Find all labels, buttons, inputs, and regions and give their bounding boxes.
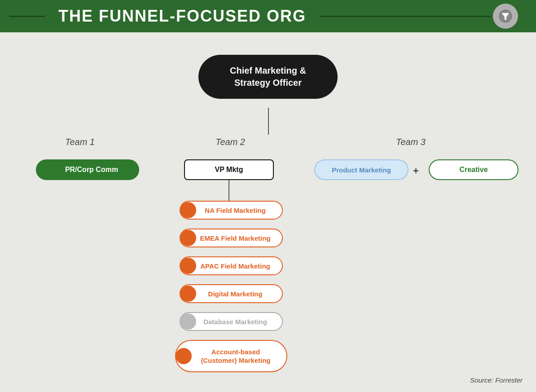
product-marketing-label: Product Marketing [332,166,391,174]
page-title: THE FUNNEL-FOCUSED ORG [45,7,320,26]
chief-label: Chief Marketing & Strategy Officer [230,66,306,88]
connector-chief-vp [268,108,269,135]
creative-pill: Creative [429,159,518,180]
plus-sign: + [413,165,419,177]
funnel-icon [499,9,512,23]
main-content: Chief Marketing & Strategy Officer Team … [0,32,536,392]
database-marketing-label: Database Marketing [195,318,267,326]
account-based-pill: Account-based(Customer) Marketing [175,340,287,372]
na-field-pill: NA Field Marketing [180,201,283,220]
apac-field-label: APAC Field Marketing [192,262,270,270]
source-text: Source: Forrester [470,376,523,384]
connector-vp-down [228,180,229,203]
vp-mktg-label: VP Mktg [215,166,243,174]
pr-corp-pill: PR/Corp Comm [36,159,139,180]
emea-field-pill: EMEA Field Marketing [180,229,283,247]
database-marketing-pill: Database Marketing [180,312,283,331]
header-line-right [320,16,491,17]
emea-field-label: EMEA Field Marketing [192,234,271,242]
digital-marketing-label: Digital Marketing [200,290,263,298]
header: THE FUNNEL-FOCUSED ORG [0,0,536,32]
team1-label: Team 1 [65,137,95,147]
creative-label: Creative [459,166,488,174]
account-based-label: Account-based(Customer) Marketing [192,348,270,365]
chief-box: Chief Marketing & Strategy Officer [198,55,338,99]
digital-marketing-pill: Digital Marketing [180,284,283,303]
team2-label: Team 2 [215,137,245,147]
product-marketing-pill: Product Marketing [314,159,409,180]
apac-field-pill: APAC Field Marketing [180,256,283,275]
team3-label: Team 3 [396,137,426,147]
na-field-label: NA Field Marketing [197,207,265,214]
logo-circle [493,4,518,29]
header-line-left [9,16,45,17]
vp-mktg-pill: VP Mktg [184,159,274,180]
pr-corp-label: PR/Corp Comm [57,166,118,174]
